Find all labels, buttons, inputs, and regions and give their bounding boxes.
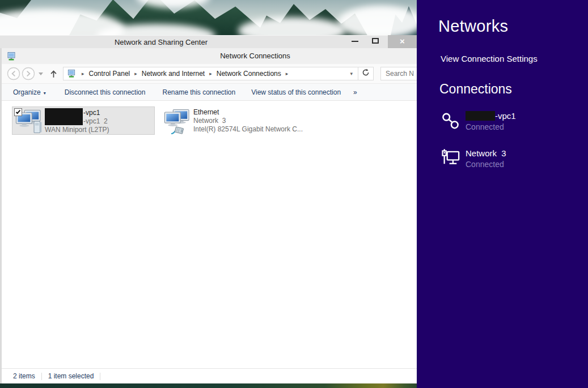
file-list-area: -vpc1 -vpc1 2 WAN Miniport (L2TP) <box>2 101 417 368</box>
address-dropdown-icon[interactable]: ▾ <box>345 71 358 76</box>
statusbar-separator <box>41 373 42 380</box>
network-connections-window: Network Connections <box>0 48 417 383</box>
panel-connection-network3[interactable]: Network 3 Connected <box>441 147 577 170</box>
networks-panel: Networks View Connection Settings Connec… <box>417 0 588 388</box>
connection-tile-ethernet[interactable]: Ethernet Network 3 Intel(R) 82574L Gigab… <box>161 106 305 135</box>
rename-connection-button[interactable]: Rename this connection <box>162 88 235 96</box>
item-count: 2 items <box>13 372 35 380</box>
panel-connection-name: -vpc1 <box>495 111 516 121</box>
up-button[interactable] <box>49 69 58 79</box>
breadcrumb-separator-icon[interactable]: ▸ <box>283 71 291 76</box>
wallpaper-ground <box>0 383 417 388</box>
organize-button[interactable]: Organize▾ <box>13 88 46 96</box>
recent-pages-dropdown-icon[interactable] <box>39 73 43 75</box>
window-title: Network Connections <box>220 48 290 64</box>
forward-button[interactable] <box>22 67 35 80</box>
connection-name: Ethernet <box>193 108 305 117</box>
close-button[interactable]: × <box>388 35 417 48</box>
breadcrumb[interactable]: ▸ Control Panel ▸ Network and Internet ▸… <box>63 67 374 80</box>
panel-connection-status: Connected <box>466 122 516 131</box>
checkmark-icon <box>16 109 20 114</box>
more-commands-icon[interactable]: » <box>353 88 357 96</box>
breadcrumb-item-network-and-internet[interactable]: Network and Internet <box>140 70 206 78</box>
connection-icon-zone <box>12 107 45 134</box>
navigation-bar: ▸ Control Panel ▸ Network and Internet ▸… <box>2 64 417 84</box>
wallpaper-cloud <box>338 6 423 39</box>
command-toolbar: Organize▾ Disconnect this connection Ren… <box>2 84 417 101</box>
refresh-button[interactable] <box>358 69 373 79</box>
statusbar-separator <box>100 373 100 380</box>
breadcrumb-separator-icon[interactable]: ▸ <box>206 71 215 76</box>
selection-checkbox[interactable] <box>14 108 22 116</box>
vpn-text: -vpc1 Connected <box>466 110 516 133</box>
selection-count: 1 item selected <box>48 372 94 380</box>
disconnect-connection-button[interactable]: Disconnect this connection <box>65 88 146 96</box>
breadcrumb-item-control-panel[interactable]: Control Panel <box>87 70 132 78</box>
wired-network-icon <box>441 148 462 168</box>
connection-device: WAN Miniport (L2TP) <box>45 126 154 134</box>
wired-network-icon-cell <box>441 147 466 170</box>
breadcrumb-separator-icon[interactable]: ▸ <box>132 71 140 76</box>
window-titlebar[interactable]: Network Connections <box>2 48 417 64</box>
network3-text: Network 3 Connected <box>466 147 506 170</box>
breadcrumb-item-network-connections[interactable]: Network Connections <box>215 70 283 78</box>
server-icon <box>33 121 43 134</box>
redaction-box <box>45 108 83 125</box>
connection-device: Intel(R) 82574L Gigabit Network C... <box>193 125 305 134</box>
view-status-button[interactable]: View status of this connection <box>251 88 341 96</box>
vpn-icon-cell <box>441 110 466 133</box>
connection-tile-vpn[interactable]: -vpc1 -vpc1 2 WAN Miniport (L2TP) <box>12 106 155 135</box>
connection-detail: Network 3 <box>193 117 305 125</box>
connection-text: -vpc1 -vpc1 2 WAN Miniport (L2TP) <box>45 107 154 134</box>
ethernet-plug-icon <box>171 126 185 135</box>
redaction-box <box>466 111 495 121</box>
connections-section-title: Connections <box>439 82 512 97</box>
network-connections-icon <box>7 52 16 61</box>
background-window-title: Network and Sharing Center <box>115 36 208 49</box>
panel-connection-status: Connected <box>466 160 506 169</box>
connection-text: Ethernet Network 3 Intel(R) 82574L Gigab… <box>193 106 305 135</box>
minimize-button[interactable] <box>352 41 358 42</box>
breadcrumb-separator-icon[interactable]: ▸ <box>79 71 87 76</box>
search-input[interactable] <box>380 67 417 80</box>
back-button[interactable] <box>7 67 20 80</box>
breadcrumb-location-icon <box>67 69 76 78</box>
view-connection-settings-link[interactable]: View Connection Settings <box>441 54 538 63</box>
panel-connection-vpn[interactable]: -vpc1 Connected <box>441 110 577 133</box>
maximize-button[interactable] <box>372 38 379 44</box>
organize-dropdown-icon: ▾ <box>44 91 46 96</box>
panel-title: Networks <box>438 17 508 36</box>
status-bar: 2 items 1 item selected <box>2 368 417 383</box>
screen: Network and Sharing Center × Network Con… <box>0 0 588 388</box>
vpn-icon <box>441 111 460 131</box>
connection-icon-zone <box>161 106 193 135</box>
refresh-icon <box>362 69 370 76</box>
panel-connection-name: Network 3 <box>466 148 506 158</box>
